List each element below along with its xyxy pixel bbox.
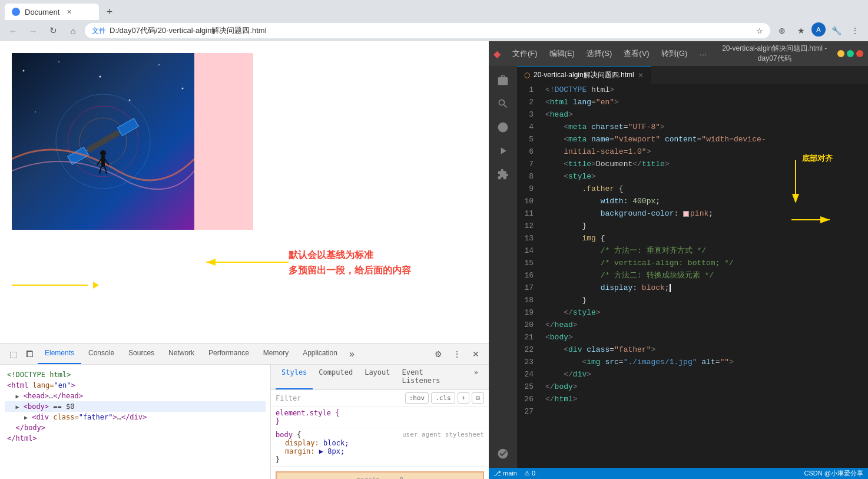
statusbar-errors: ⚠ 0 (524, 470, 535, 477)
code-line-26: </body> (545, 381, 863, 393)
tab-bar: Document ✕ + (0, 0, 868, 20)
tab-close-button[interactable]: ✕ (64, 7, 74, 16)
cls-filter-tag[interactable]: .cls (431, 392, 455, 404)
forward-button[interactable]: → (25, 22, 41, 39)
dom-line-body[interactable]: ▶ <body> == $0 (5, 401, 266, 412)
code-line-6: initial-scale=1.0"> (545, 146, 863, 158)
editor-tab-file[interactable]: ⬡ 20-vertical-algin解决问题四.html ✕ (517, 66, 651, 84)
styles-tab-computed[interactable]: Computed (313, 365, 359, 389)
devtools-settings-icon[interactable]: ⚙ (430, 346, 446, 362)
vscode-icon: ◆ (493, 48, 501, 60)
dom-line-div[interactable]: ▶ <div class="father">…</div> (5, 412, 266, 422)
tab-favicon (12, 8, 20, 16)
styles-tab-event-listeners[interactable]: Event Listeners (396, 365, 468, 389)
bookmark-button[interactable]: ★ (793, 22, 809, 39)
annotation-line1: 默认会以基线为标准 (289, 247, 411, 263)
tab-performance[interactable]: Performance (201, 344, 256, 364)
svg-point-4 (158, 64, 160, 65)
profile-button[interactable]: A (811, 22, 826, 37)
activity-extensions-icon[interactable] (493, 165, 512, 184)
dom-line-doctype[interactable]: <!DOCTYPE html> (5, 369, 266, 380)
tab-sources[interactable]: Sources (121, 344, 161, 364)
code-area[interactable]: 12345 678910 1112131415 1617181920 21222… (517, 84, 868, 468)
code-line-24: <img src="./images/1.jpg" alt=""> (545, 356, 863, 368)
browser-tab-document[interactable]: Document ✕ (5, 4, 99, 20)
tab-application[interactable]: Application (296, 344, 344, 364)
line-numbers: 12345 678910 1112131415 1617181920 21222… (517, 84, 541, 468)
zoom-button[interactable]: ⊕ (774, 22, 790, 39)
maximize-button[interactable] (847, 50, 854, 57)
annotation-text: 默认会以基线为标准 多预留出一段，给后面的内容 (289, 247, 411, 278)
menu-file[interactable]: 文件(F) (508, 47, 542, 60)
new-tab-button[interactable]: + (101, 4, 118, 20)
styles-tab-more[interactable]: » (468, 365, 484, 389)
tab-memory[interactable]: Memory (256, 344, 296, 364)
editor-tab-close-icon[interactable]: ✕ (638, 71, 644, 80)
home-button[interactable]: ⌂ (65, 22, 81, 39)
devtools-close-icon[interactable]: ✕ (468, 346, 484, 362)
menu-goto[interactable]: 转到(G) (657, 47, 693, 60)
menu-more[interactable]: … (694, 47, 711, 60)
space-image (12, 53, 194, 230)
menu-select[interactable]: 选择(S) (582, 47, 617, 60)
yellow-arrow-svg (200, 253, 294, 271)
menu-edit[interactable]: 编辑(E) (545, 47, 579, 60)
code-line-22: <body> (545, 331, 863, 343)
styles-tab-layout[interactable]: Layout (359, 365, 396, 389)
statusbar-right: CSDN @小琳爱分享 (804, 469, 863, 478)
code-line-7: <title>Document</title> (545, 158, 863, 170)
devtools-options-icon[interactable]: ⋮ (449, 346, 465, 362)
url-scheme: 文件 (92, 26, 106, 36)
tab-console[interactable]: Console (81, 344, 121, 364)
activity-run-debug-icon[interactable] (493, 141, 512, 160)
dom-line-body-close[interactable]: </body> (5, 422, 266, 433)
tab-network[interactable]: Network (161, 344, 201, 364)
device-toolbar-icon[interactable]: ⧠ (21, 346, 38, 362)
activity-profile-icon[interactable] (493, 444, 512, 463)
activity-source-control-icon[interactable] (493, 118, 512, 137)
minimize-button[interactable] (837, 50, 844, 57)
dom-line-html-close[interactable]: </html> (5, 433, 266, 444)
code-line-23: <div class="father"> (545, 343, 863, 356)
code-line-18: display: block; (545, 282, 863, 294)
filter-label: Filter (276, 394, 301, 402)
editor-tabs: ⬡ 20-vertical-algin解决问题四.html ✕ (517, 66, 868, 84)
browser-viewport: 默认会以基线为标准 多预留出一段，给后面的内容 ⬚ ⧠ Elements Con… (0, 41, 489, 479)
activity-bar (489, 66, 517, 468)
baseline-line (12, 285, 88, 286)
window-buttons (837, 50, 863, 57)
tab-elements[interactable]: Elements (38, 344, 81, 364)
more-filter-tag[interactable]: ⊡ (472, 392, 484, 404)
menu-view[interactable]: 查看(V) (619, 47, 654, 60)
code-content[interactable]: <!DOCTYPE html> <html lang="en"> <head> … (541, 84, 868, 468)
filter-row: Filter :hov .cls + ⊡ (271, 390, 489, 407)
filter-input[interactable] (303, 394, 402, 402)
hov-filter-tag[interactable]: :hov (405, 392, 429, 404)
close-window-button[interactable] (856, 50, 863, 57)
menu-button[interactable]: ⋮ (847, 22, 863, 39)
devtools-tab-bar: Elements Console Sources Network Perform… (38, 344, 430, 364)
activity-explorer-icon[interactable] (493, 71, 512, 90)
activity-search-icon[interactable] (493, 94, 512, 113)
dom-line-head[interactable]: ▶ <head>…</head> (5, 391, 266, 401)
browser-actions: ⊕ ★ A 🔧 ⋮ (774, 22, 863, 39)
pink-box (194, 53, 253, 230)
reload-button[interactable]: ↻ (45, 22, 61, 39)
devtools-more-button[interactable]: » (344, 344, 359, 364)
browser-chrome: Document ✕ + ← → ↻ ⌂ 文件 D:/day07代码/20-ve… (0, 0, 868, 41)
code-line-14: /* 方法一: 垂直对齐方式 */ (545, 245, 863, 257)
back-button[interactable]: ← (5, 22, 21, 39)
elements-inspect-icon[interactable]: ⬚ (5, 346, 21, 362)
statusbar-branch: ⎇ main (493, 470, 517, 477)
style-rule-body: body { user agent stylesheet display: bl… (271, 428, 489, 467)
styles-tab-styles[interactable]: Styles (276, 365, 313, 389)
baseline-marker (12, 282, 99, 289)
dom-line-html[interactable]: <html lang="en"> (5, 380, 266, 391)
code-line-17: /* 方法二: 转换成块级元素 */ (545, 269, 863, 282)
page-content: 默认会以基线为标准 多预留出一段，给后面的内容 (0, 41, 489, 343)
add-filter-tag[interactable]: + (458, 392, 470, 404)
code-line-3: <head> (545, 108, 863, 121)
devtools: ⬚ ⧠ Elements Console Sources Network Per… (0, 343, 489, 479)
url-box[interactable]: 文件 D:/day07代码/20-vertical-algin解决问题四.htm… (85, 23, 770, 38)
extensions-button[interactable]: 🔧 (828, 22, 844, 39)
